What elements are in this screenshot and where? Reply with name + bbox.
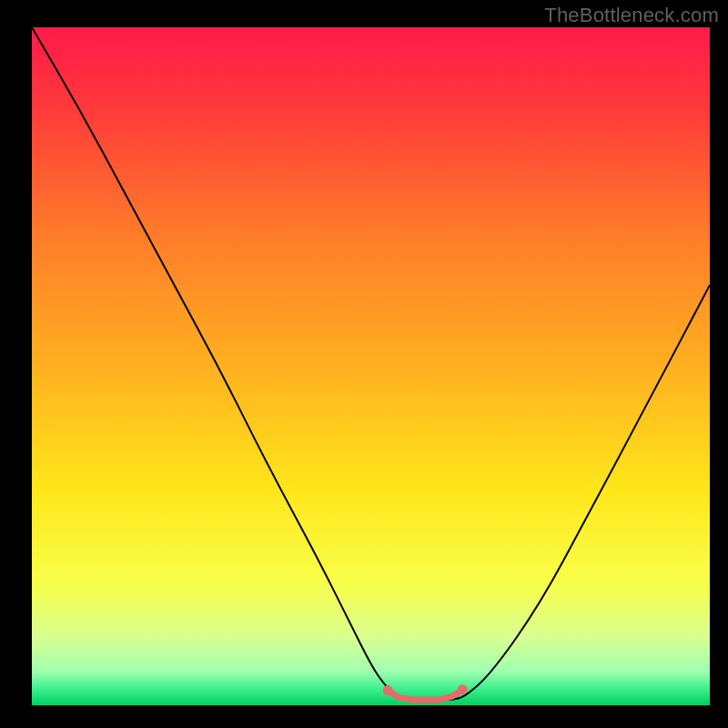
- chart-svg: [32, 27, 710, 705]
- watermark-text: TheBottleneck.com: [544, 4, 719, 27]
- plot-area: [32, 27, 710, 705]
- marker-dot: [458, 684, 468, 694]
- chart-frame: TheBottleneck.com: [0, 0, 728, 728]
- marker-dot: [383, 685, 393, 695]
- gradient-background: [32, 27, 710, 705]
